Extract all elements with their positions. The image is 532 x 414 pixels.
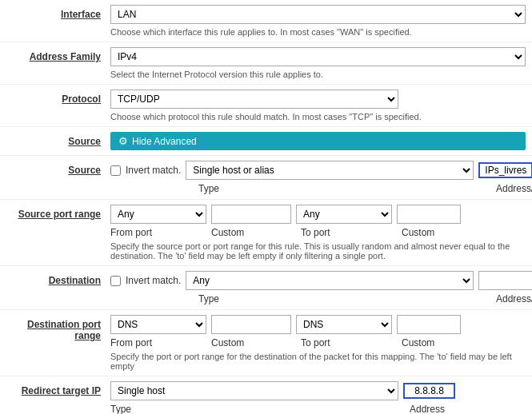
source-advanced-content: ⚙ Hide Advanced	[110, 132, 526, 150]
source-invert-checkbox[interactable]	[110, 165, 121, 176]
source-from-port-label: From port	[110, 227, 206, 238]
form-container: Interface LAN Choose which interface thi…	[0, 0, 532, 414]
source-content: Invert match. Single host or alias IPs_l…	[110, 161, 532, 194]
source-to-port-select[interactable]: Any	[296, 205, 392, 224]
interface-label: Interface	[6, 5, 110, 20]
interface-select[interactable]: LAN	[110, 5, 526, 24]
hide-advanced-button[interactable]: ⚙ Hide Advanced	[110, 132, 526, 150]
destination-port-range-row: Destination port range DNS DNS From port…	[0, 310, 532, 376]
destination-type-select[interactable]: Any	[186, 271, 474, 290]
address-family-select[interactable]: IPv4	[110, 47, 526, 66]
destination-custom-1-label: Custom	[211, 337, 296, 348]
redirect-target-type-select[interactable]: Single host	[110, 381, 398, 400]
redirect-target-input-row: Single host 8.8.8.8	[110, 381, 526, 400]
destination-col-labels: Type Address/mask	[110, 293, 532, 305]
source-port-range-row: Source port range Any Any From port Cust…	[0, 200, 532, 266]
destination-to-port-label: To port	[301, 337, 397, 348]
protocol-row: Protocol TCP/UDP Choose which protocol t…	[0, 85, 532, 127]
source-port-range-label: Source port range	[6, 205, 110, 220]
destination-invert-checkbox[interactable]	[110, 276, 121, 286]
source-port-inputs: Any Any	[110, 205, 526, 224]
destination-type-col-label: Type	[197, 293, 491, 305]
hide-advanced-label: Hide Advanced	[132, 136, 197, 147]
source-port-range-content: Any Any From port Custom To port Custom …	[110, 205, 526, 261]
destination-custom-2-label: Custom	[402, 337, 434, 348]
redirect-target-address-value: 8.8.8.8	[403, 383, 455, 399]
source-address-col-label: Address/mask	[496, 183, 532, 194]
source-invert-label: Invert match.	[126, 165, 181, 176]
destination-custom-2-input[interactable]	[397, 315, 461, 334]
source-col-labels: Type Address/mask	[110, 183, 532, 194]
address-family-content: IPv4 Select the Internet Protocol versio…	[110, 47, 526, 79]
source-to-port-label: To port	[301, 227, 397, 238]
destination-content: Invert match. Any Type Address/mask	[110, 271, 532, 305]
destination-from-port-label: From port	[110, 337, 206, 348]
redirect-target-type-col-label: Type	[110, 404, 405, 414]
redirect-target-ip-row: Redirect target IP Single host 8.8.8.8 T…	[0, 376, 532, 414]
protocol-select[interactable]: TCP/UDP	[110, 90, 398, 109]
destination-invert-label: Invert match.	[126, 275, 181, 286]
redirect-target-ip-content: Single host 8.8.8.8 Type Address	[110, 381, 526, 414]
redirect-target-address-col-label: Address	[410, 404, 445, 414]
destination-port-range-content: DNS DNS From port Custom To port Custom …	[110, 315, 526, 371]
gear-icon: ⚙	[118, 135, 128, 147]
source-advanced-row: Source ⚙ Hide Advanced	[0, 127, 532, 156]
source-port-desc: Specify the source port or port range fo…	[110, 241, 526, 261]
protocol-desc: Choose which protocol this rule should m…	[110, 112, 526, 121]
address-family-label: Address Family	[6, 47, 110, 62]
destination-port-desc: Specify the port or port range for the d…	[110, 352, 526, 371]
source-label: Source	[6, 161, 110, 176]
destination-input-row: Invert match. Any	[110, 271, 532, 290]
source-custom-1-label: Custom	[211, 227, 296, 238]
protocol-content: TCP/UDP Choose which protocol this rule …	[110, 90, 526, 121]
destination-address-input[interactable]	[478, 271, 532, 290]
source-address-value: IPs_livres	[478, 162, 532, 178]
destination-address-col-label: Address/mask	[496, 293, 532, 305]
redirect-target-col-labels: Type Address	[110, 404, 526, 414]
destination-port-col-labels: From port Custom To port Custom	[110, 337, 526, 348]
address-family-row: Address Family IPv4 Select the Internet …	[0, 42, 532, 85]
interface-desc: Choose which interface this rule applies…	[110, 27, 526, 37]
source-from-port-select[interactable]: Any	[110, 205, 206, 224]
source-row: Source Invert match. Single host or alia…	[0, 156, 532, 200]
interface-row: Interface LAN Choose which interface thi…	[0, 0, 532, 42]
destination-port-inputs: DNS DNS	[110, 315, 526, 334]
destination-from-port-select[interactable]: DNS	[110, 315, 206, 334]
redirect-target-ip-label: Redirect target IP	[6, 381, 110, 396]
source-custom-2-label: Custom	[402, 227, 434, 238]
destination-to-port-select[interactable]: DNS	[296, 315, 392, 334]
source-type-select[interactable]: Single host or alias	[186, 161, 474, 180]
protocol-label: Protocol	[6, 90, 110, 105]
address-family-desc: Select the Internet Protocol version thi…	[110, 70, 526, 79]
destination-row: Destination Invert match. Any Type Addre…	[0, 266, 532, 310]
source-custom-2-input[interactable]	[397, 205, 461, 224]
source-advanced-label: Source	[6, 132, 110, 147]
destination-port-range-label: Destination port range	[6, 315, 110, 341]
destination-label: Destination	[6, 271, 110, 286]
interface-content: LAN Choose which interface this rule app…	[110, 5, 526, 37]
source-type-col-label: Type	[197, 183, 491, 194]
source-port-col-labels: From port Custom To port Custom	[110, 227, 526, 238]
destination-custom-1-input[interactable]	[211, 315, 291, 334]
source-custom-1-input[interactable]	[211, 205, 291, 224]
source-input-row: Invert match. Single host or alias IPs_l…	[110, 161, 532, 180]
